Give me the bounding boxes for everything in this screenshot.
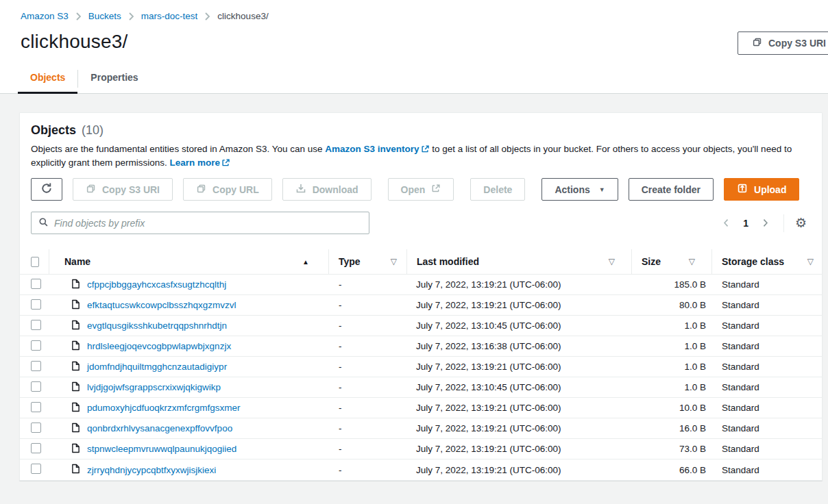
settings-gear-icon[interactable]: ⚙	[795, 216, 807, 229]
chevron-right-icon	[204, 12, 210, 21]
object-name-link[interactable]: cfppcjbbggayhcxcasfxsugtzhcqlthj	[87, 279, 226, 290]
row-checkbox[interactable]	[31, 320, 41, 330]
tab-properties[interactable]: Properties	[78, 66, 150, 94]
amazon-s3-inventory-link[interactable]: Amazon S3 inventory	[325, 144, 429, 154]
learn-more-link[interactable]: Learn more	[170, 158, 231, 168]
object-name-link[interactable]: efktaqtucswkcowpclbsszhqxgzmvzvl	[87, 300, 236, 310]
object-name-link[interactable]: jdomfndjhquiltmgghcnzautadigiypr	[87, 362, 227, 372]
object-name-link[interactable]: hrdlsleegjoqevcogbpwlapwbjxgnzjx	[87, 341, 231, 351]
object-size: 16.0 B	[631, 423, 711, 433]
object-storage-class: Standard	[711, 320, 822, 331]
object-last-modified: July 7, 2022, 13:16:38 (UTC-06:00)	[406, 341, 631, 351]
table-row: stpnwcleepmvruwwqlpaunukjqogiied - July …	[20, 439, 822, 459]
object-name-link[interactable]: evgtlqusgiksshkubetrqqpshnrhdtjn	[87, 320, 227, 331]
object-type: -	[328, 279, 406, 290]
object-name-link[interactable]: lvjdjgojwfsgrappscrxixwjqkigwikp	[87, 382, 221, 392]
column-header-name[interactable]: Name▲	[49, 249, 328, 274]
breadcrumb: Amazon S3 Buckets mars-doc-test clickhou…	[0, 0, 828, 21]
file-icon	[71, 361, 80, 373]
chevron-right-icon	[75, 12, 82, 21]
object-storage-class: Standard	[711, 465, 822, 475]
object-type: -	[328, 341, 406, 351]
column-header-storage-class[interactable]: Storage class▽	[711, 249, 822, 274]
next-page-button[interactable]	[758, 215, 772, 231]
object-last-modified: July 7, 2022, 13:19:21 (UTC-06:00)	[406, 465, 631, 475]
table-row: efktaqtucswkcowpclbsszhqxgzmvzvl - July …	[20, 295, 822, 316]
object-storage-class: Standard	[711, 362, 822, 372]
breadcrumb-link-buckets[interactable]: Buckets	[88, 11, 121, 21]
row-checkbox[interactable]	[31, 443, 41, 453]
object-size: 1.0 B	[631, 320, 711, 331]
tab-bar: Objects Properties	[0, 66, 828, 94]
sort-icon: ▽	[609, 257, 615, 266]
table-header-row: Name▲ Type▽ Last modified▽ Size▽ Storage…	[20, 249, 822, 275]
caret-down-icon: ▼	[599, 186, 605, 193]
column-header-type[interactable]: Type▽	[328, 249, 406, 274]
copy-s3-uri-button[interactable]: Copy S3 URI	[73, 178, 173, 201]
object-storage-class: Standard	[711, 444, 822, 454]
sort-icon: ▽	[689, 257, 695, 266]
file-icon	[71, 423, 80, 435]
row-checkbox[interactable]	[31, 381, 41, 392]
sort-icon: ▽	[807, 257, 814, 266]
file-icon	[71, 340, 80, 353]
object-storage-class: Standard	[711, 403, 822, 413]
copy-icon	[752, 37, 762, 49]
upload-icon	[737, 183, 748, 196]
previous-page-button[interactable]	[719, 215, 733, 231]
table-row: cfppcjbbggayhcxcasfxsugtzhcqlthj - July …	[20, 275, 822, 295]
breadcrumb-link-amazon-s3[interactable]: Amazon S3	[21, 11, 69, 21]
delete-button[interactable]: Delete	[470, 178, 525, 201]
breadcrumb-link-bucket-name[interactable]: mars-doc-test	[141, 11, 198, 21]
object-name-link[interactable]: zjrryqhdnjycypcqbtfxyxwjisjkiexi	[87, 465, 216, 475]
row-checkbox[interactable]	[31, 361, 41, 371]
table-body: cfppcjbbggayhcxcasfxsugtzhcqlthj - July …	[20, 275, 822, 480]
download-button[interactable]: Download	[282, 178, 372, 201]
file-icon	[71, 464, 80, 476]
search-input[interactable]	[54, 218, 362, 229]
object-last-modified: July 7, 2022, 13:10:45 (UTC-06:00)	[406, 320, 631, 331]
object-name-link[interactable]: qonbrdxrhlvysanacgenexpffovvfpoo	[87, 423, 232, 433]
object-storage-class: Standard	[711, 341, 822, 351]
objects-panel: Objects (10) Objects are the fundamental…	[19, 112, 823, 481]
search-icon	[38, 217, 49, 229]
object-size: 1.0 B	[631, 382, 711, 392]
objects-table: Name▲ Type▽ Last modified▽ Size▽ Storage…	[20, 249, 822, 480]
create-folder-button[interactable]: Create folder	[629, 178, 714, 201]
breadcrumb-current: clickhouse3/	[217, 11, 268, 21]
refresh-button[interactable]	[31, 178, 62, 201]
select-all-checkbox[interactable]	[31, 257, 39, 267]
table-row: hrdlsleegjoqevcogbpwlapwbjxgnzjx - July …	[20, 336, 822, 357]
current-page-number[interactable]: 1	[736, 218, 755, 229]
row-checkbox[interactable]	[31, 423, 41, 433]
row-checkbox[interactable]	[31, 299, 41, 310]
copy-s3-uri-header-button[interactable]: Copy S3 URI	[738, 32, 828, 55]
open-button[interactable]: Open	[388, 178, 454, 201]
page-header: Amazon S3 Buckets mars-doc-test clickhou…	[0, 0, 828, 94]
object-last-modified: July 7, 2022, 13:19:21 (UTC-06:00)	[406, 423, 631, 433]
object-size: 73.0 B	[631, 444, 711, 454]
page-content: Objects (10) Objects are the fundamental…	[0, 94, 828, 490]
row-checkbox[interactable]	[31, 340, 41, 351]
object-last-modified: July 7, 2022, 13:19:21 (UTC-06:00)	[406, 444, 631, 454]
object-last-modified: July 7, 2022, 13:10:45 (UTC-06:00)	[406, 382, 631, 392]
actions-dropdown-button[interactable]: Actions▼	[541, 178, 618, 201]
table-row: jdomfndjhquiltmgghcnzautadigiypr - July …	[20, 357, 822, 377]
object-name-link[interactable]: pdumoxyhjcdfuoqkrzxmfcrgmfgsxmer	[87, 403, 241, 413]
object-name-link[interactable]: stpnwcleepmvruwwqlpaunukjqogiied	[87, 444, 236, 454]
object-type: -	[328, 444, 406, 454]
row-checkbox[interactable]	[31, 402, 41, 412]
copy-url-button[interactable]: Copy URL	[183, 178, 272, 201]
tab-objects[interactable]: Objects	[18, 66, 77, 94]
row-checkbox[interactable]	[31, 279, 41, 289]
object-storage-class: Standard	[711, 423, 822, 433]
upload-button[interactable]: Upload	[724, 178, 799, 201]
copy-icon	[86, 184, 96, 196]
row-checkbox[interactable]	[31, 464, 41, 474]
sort-ascending-icon: ▲	[302, 258, 309, 266]
column-header-last-modified[interactable]: Last modified▽	[406, 249, 631, 274]
pagination-divider	[783, 214, 784, 232]
page-title: clickhouse3/	[21, 31, 828, 53]
external-link-icon	[221, 158, 230, 167]
column-header-size[interactable]: Size▽	[631, 249, 711, 274]
